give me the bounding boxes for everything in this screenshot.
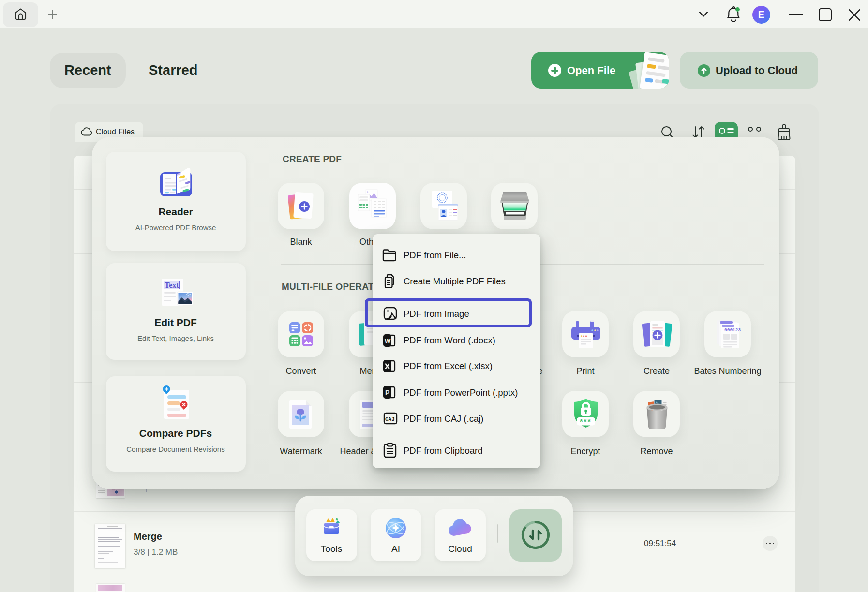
- svg-text:W: W: [385, 338, 391, 345]
- svg-text:Text: Text: [165, 281, 179, 289]
- svg-text:000123: 000123: [724, 327, 741, 333]
- svg-text:P: P: [385, 389, 389, 397]
- svg-text:CAJ: CAJ: [385, 416, 395, 422]
- svg-text:***: ***: [580, 417, 591, 427]
